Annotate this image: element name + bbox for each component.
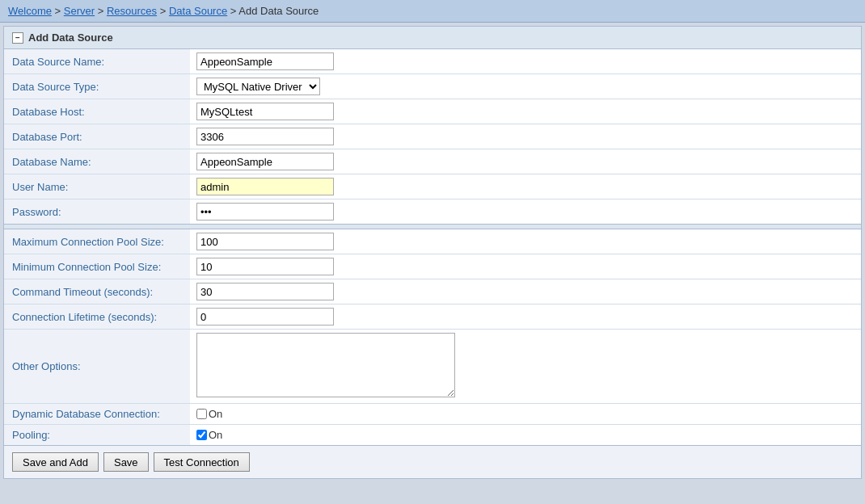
database-name-input[interactable] bbox=[196, 153, 334, 170]
row-database-host: Database Host: bbox=[4, 99, 861, 124]
datasource-name-input[interactable] bbox=[196, 52, 334, 70]
datasource-type-label: Data Source Type: bbox=[4, 74, 190, 99]
row-cmd-timeout: Command Timeout (seconds): bbox=[4, 279, 861, 304]
main-content: − Add Data Source Data Source Name: Data… bbox=[3, 26, 862, 479]
datasource-name-label: Data Source Name: bbox=[4, 49, 190, 74]
row-min-pool: Minimum Connection Pool Size: bbox=[4, 254, 861, 279]
breadcrumb-current: Add Data Source bbox=[238, 5, 319, 17]
test-connection-button[interactable]: Test Connection bbox=[154, 452, 250, 472]
password-input[interactable] bbox=[196, 203, 334, 220]
pooling-checkbox[interactable] bbox=[196, 430, 207, 440]
database-port-input[interactable] bbox=[196, 128, 334, 145]
row-max-pool: Maximum Connection Pool Size: bbox=[4, 229, 861, 254]
row-datasource-name: Data Source Name: bbox=[4, 49, 861, 74]
username-input[interactable] bbox=[196, 178, 334, 195]
breadcrumb-server[interactable]: Server bbox=[64, 5, 95, 17]
cmd-timeout-input[interactable] bbox=[196, 283, 334, 300]
row-username: User Name: bbox=[4, 174, 861, 200]
collapse-icon[interactable]: − bbox=[12, 32, 23, 44]
min-pool-input[interactable] bbox=[196, 258, 334, 275]
conn-lifetime-input[interactable] bbox=[196, 308, 334, 326]
breadcrumb: Welcome > Server > Resources > Data Sour… bbox=[0, 0, 865, 23]
pooling-label: Pooling: bbox=[4, 425, 190, 446]
row-database-name: Database Name: bbox=[4, 149, 861, 174]
section-header: − Add Data Source bbox=[4, 27, 861, 49]
database-host-input[interactable] bbox=[196, 103, 334, 120]
database-name-cell bbox=[190, 149, 861, 174]
dynamic-conn-checkbox[interactable] bbox=[196, 409, 207, 419]
row-pooling: Pooling: On bbox=[4, 425, 861, 446]
row-dynamic-conn: Dynamic Database Connection: On bbox=[4, 404, 861, 425]
other-options-label: Other Options: bbox=[4, 330, 190, 404]
breadcrumb-welcome[interactable]: Welcome bbox=[8, 5, 52, 17]
other-options-textarea[interactable] bbox=[196, 333, 455, 397]
pooling-cell: On bbox=[190, 425, 861, 446]
pooling-wrapper: On bbox=[196, 429, 854, 441]
save-and-add-button[interactable]: Save and Add bbox=[12, 452, 99, 472]
username-cell bbox=[190, 174, 861, 200]
dynamic-conn-wrapper: On bbox=[196, 408, 854, 420]
datasource-type-select[interactable]: MySQL Native Driver MSS Native Driver Or… bbox=[196, 78, 320, 95]
conn-lifetime-cell bbox=[190, 304, 861, 330]
database-name-label: Database Name: bbox=[4, 149, 190, 174]
min-pool-cell bbox=[190, 254, 861, 279]
button-bar: Save and Add Save Test Connection bbox=[4, 445, 861, 478]
cmd-timeout-cell bbox=[190, 279, 861, 304]
dynamic-conn-label: Dynamic Database Connection: bbox=[4, 404, 190, 425]
max-pool-label: Maximum Connection Pool Size: bbox=[4, 229, 190, 254]
password-cell bbox=[190, 200, 861, 225]
row-datasource-type: Data Source Type: MySQL Native Driver MS… bbox=[4, 74, 861, 99]
username-label: User Name: bbox=[4, 174, 190, 200]
conn-lifetime-label: Connection Lifetime (seconds): bbox=[4, 304, 190, 330]
datasource-name-cell bbox=[190, 49, 861, 74]
breadcrumb-resources[interactable]: Resources bbox=[107, 5, 157, 17]
database-port-cell bbox=[190, 124, 861, 149]
datasource-type-cell: MySQL Native Driver MSS Native Driver Or… bbox=[190, 74, 861, 99]
cmd-timeout-label: Command Timeout (seconds): bbox=[4, 279, 190, 304]
section-title: Add Data Source bbox=[28, 32, 113, 44]
dynamic-conn-cell: On bbox=[190, 404, 861, 425]
breadcrumb-datasource[interactable]: Data Source bbox=[169, 5, 227, 17]
max-pool-cell bbox=[190, 229, 861, 254]
save-button[interactable]: Save bbox=[103, 452, 149, 472]
min-pool-label: Minimum Connection Pool Size: bbox=[4, 254, 190, 279]
database-port-label: Database Port: bbox=[4, 124, 190, 149]
pooling-on-label: On bbox=[209, 429, 222, 441]
row-conn-lifetime: Connection Lifetime (seconds): bbox=[4, 304, 861, 330]
database-host-cell bbox=[190, 99, 861, 124]
row-password: Password: bbox=[4, 200, 861, 225]
row-other-options: Other Options: bbox=[4, 330, 861, 404]
password-label: Password: bbox=[4, 200, 190, 225]
form-table: Data Source Name: Data Source Type: MySQ… bbox=[4, 49, 861, 445]
max-pool-input[interactable] bbox=[196, 233, 334, 250]
dynamic-conn-on-label: On bbox=[209, 408, 222, 420]
database-host-label: Database Host: bbox=[4, 99, 190, 124]
other-options-cell bbox=[190, 330, 861, 404]
row-database-port: Database Port: bbox=[4, 124, 861, 149]
